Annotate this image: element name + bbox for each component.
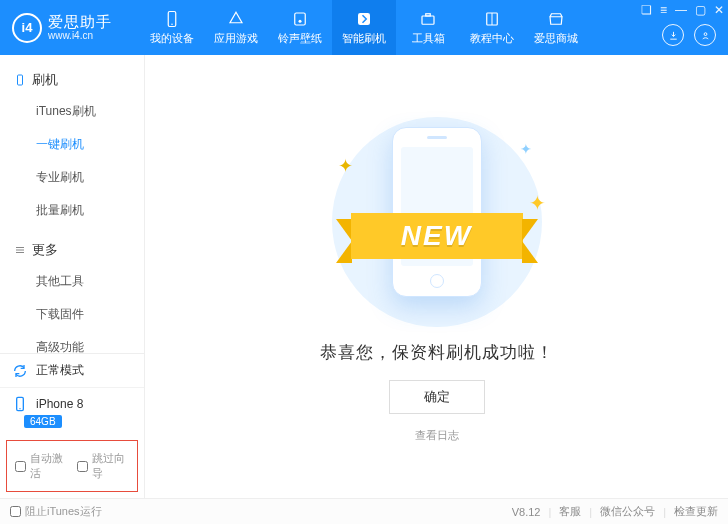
capacity-badge: 64GB [24, 415, 62, 428]
new-ribbon: NEW [332, 207, 542, 265]
svg-rect-2 [295, 13, 306, 25]
download-icon [668, 30, 679, 41]
sidebar-group-more: 更多 [0, 235, 144, 265]
bottom-options-box: 自动激活 跳过向导 [6, 440, 138, 492]
checkbox-block-itunes[interactable]: 阻止iTunes运行 [10, 504, 102, 519]
maximize-button[interactable]: ▢ [695, 3, 706, 17]
flash-icon [355, 10, 373, 28]
sparkle-icon: ✦ [338, 155, 353, 177]
success-message: 恭喜您，保资料刷机成功啦！ [320, 341, 554, 364]
body: 刷机 iTunes刷机 一键刷机 专业刷机 批量刷机 更多 其他工具 下载固件 … [0, 55, 728, 498]
svg-point-1 [171, 23, 173, 25]
svg-rect-4 [358, 13, 370, 25]
download-button[interactable] [662, 24, 684, 46]
svg-rect-10 [18, 75, 23, 85]
svg-rect-5 [422, 16, 434, 24]
header: i4 爱思助手 www.i4.cn 我的设备 应用游戏 铃声壁纸 智能刷机 工具… [0, 0, 728, 55]
sidebar-status: 正常模式 iPhone 8 64GB 自动激活 跳过向导 [0, 353, 144, 498]
wechat-link[interactable]: 微信公众号 [600, 504, 655, 519]
list-icon [14, 244, 26, 256]
checkbox-input[interactable] [10, 506, 21, 517]
tab-ringtones[interactable]: 铃声壁纸 [268, 0, 332, 55]
tab-smart-flash[interactable]: 智能刷机 [332, 0, 396, 55]
user-icon [700, 30, 711, 41]
mode-label: 正常模式 [36, 362, 84, 379]
minimize-button[interactable]: — [675, 3, 687, 17]
footer: 阻止iTunes运行 V8.12 | 客服 | 微信公众号 | 检查更新 [0, 498, 728, 524]
svg-point-12 [19, 408, 20, 409]
checkbox-input[interactable] [15, 461, 26, 472]
phone-icon [14, 74, 26, 86]
ok-button[interactable]: 确定 [389, 380, 485, 414]
svg-point-9 [704, 32, 707, 35]
window-controls: ❏ ≡ — ▢ ✕ [641, 3, 724, 17]
device-row[interactable]: iPhone 8 [0, 388, 144, 414]
success-illustration: ✦ ✦ ✦ NEW [322, 121, 552, 321]
tab-tutorials[interactable]: 教程中心 [460, 0, 524, 55]
mode-row[interactable]: 正常模式 [0, 354, 144, 388]
sidebar-item-pro-flash[interactable]: 专业刷机 [0, 161, 144, 194]
tshirt-icon[interactable]: ❏ [641, 3, 652, 17]
checkbox-input[interactable] [77, 461, 88, 472]
app-url: www.i4.cn [48, 30, 112, 42]
sidebar-item-oneclick-flash[interactable]: 一键刷机 [0, 128, 144, 161]
sidebar-group-flash: 刷机 [0, 65, 144, 95]
sidebar-item-download-firmware[interactable]: 下载固件 [0, 298, 144, 331]
refresh-icon [12, 363, 28, 379]
user-button[interactable] [694, 24, 716, 46]
view-log-link[interactable]: 查看日志 [415, 428, 459, 443]
phone-icon [12, 396, 28, 412]
svg-rect-6 [426, 13, 431, 15]
tab-my-device[interactable]: 我的设备 [140, 0, 204, 55]
check-update-link[interactable]: 检查更新 [674, 504, 718, 519]
checkbox-auto-activate[interactable]: 自动激活 [15, 451, 67, 481]
svg-point-3 [299, 19, 302, 22]
sparkle-icon: ✦ [520, 141, 532, 157]
menu-icon[interactable]: ≡ [660, 3, 667, 17]
toolbox-icon [419, 10, 437, 28]
tab-apps[interactable]: 应用游戏 [204, 0, 268, 55]
sidebar-item-other-tools[interactable]: 其他工具 [0, 265, 144, 298]
tab-shop[interactable]: 爱思商城 [524, 0, 588, 55]
shop-icon [547, 10, 565, 28]
device-label: iPhone 8 [36, 397, 83, 411]
sidebar-item-batch-flash[interactable]: 批量刷机 [0, 194, 144, 227]
logo[interactable]: i4 爱思助手 www.i4.cn [0, 13, 140, 43]
phone-icon [163, 10, 181, 28]
tab-toolbox[interactable]: 工具箱 [396, 0, 460, 55]
sidebar: 刷机 iTunes刷机 一键刷机 专业刷机 批量刷机 更多 其他工具 下载固件 … [0, 55, 145, 498]
music-icon [291, 10, 309, 28]
header-right-icons [662, 24, 716, 46]
version-label: V8.12 [512, 506, 541, 518]
checkbox-skip-setup[interactable]: 跳过向导 [77, 451, 129, 481]
logo-icon: i4 [12, 13, 42, 43]
sidebar-item-advanced[interactable]: 高级功能 [0, 331, 144, 353]
app-name: 爱思助手 [48, 13, 112, 30]
header-tabs: 我的设备 应用游戏 铃声壁纸 智能刷机 工具箱 教程中心 爱思商城 [140, 0, 588, 55]
support-link[interactable]: 客服 [559, 504, 581, 519]
close-button[interactable]: ✕ [714, 3, 724, 17]
content: ✦ ✦ ✦ NEW 恭喜您，保资料刷机成功啦！ 确定 查看日志 [145, 55, 728, 498]
book-icon [483, 10, 501, 28]
apps-icon [227, 10, 245, 28]
sidebar-item-itunes-flash[interactable]: iTunes刷机 [0, 95, 144, 128]
